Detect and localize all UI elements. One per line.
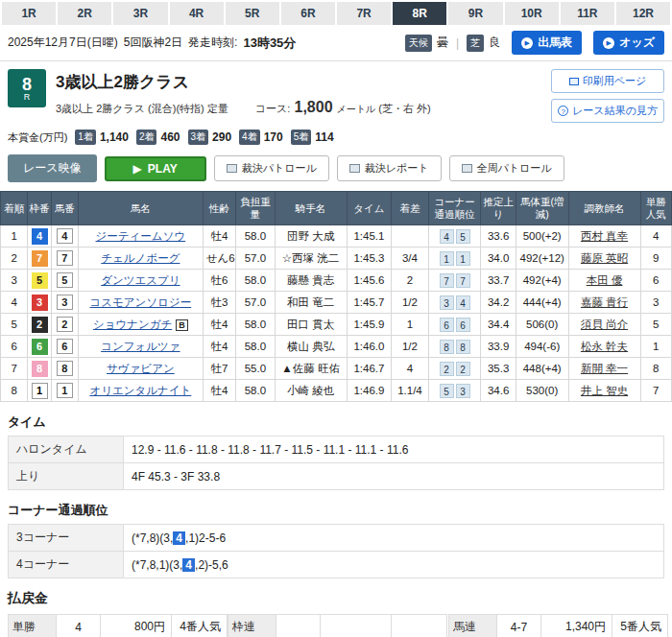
umaban-badge: 1: [57, 383, 73, 398]
tab-1R[interactable]: 1R: [2, 2, 56, 25]
trainer-link[interactable]: 嘉藤 貴行: [581, 296, 628, 308]
prize-item: 2着460: [136, 130, 180, 145]
cell-finish-position: 7: [1, 358, 28, 380]
race-number-badge: 8 R: [8, 69, 46, 107]
table-row: 277チェルノボーグせん657.0☆西塚 洸二1:45.33/41134.049…: [1, 248, 672, 270]
table-row: 666コンフォルツァ牡458.0横山 典弘1:46.01/28833.9494(…: [1, 336, 672, 358]
col-corner-order: コーナー通過順位: [428, 192, 481, 225]
umaban-badge: 3: [57, 295, 73, 310]
prize-amount: 114: [315, 130, 333, 144]
col-popularity: 単勝人気: [640, 192, 672, 225]
tab-3R[interactable]: 3R: [113, 2, 167, 25]
payout-popularity: 4番人気: [172, 615, 228, 637]
cell-umaban: 8: [51, 358, 78, 380]
all-round-patrol-button[interactable]: 全周パトロール: [449, 155, 564, 181]
trainer-link[interactable]: 新開 幸一: [581, 363, 628, 374]
stewards-patrol-button[interactable]: 裁決パトロール: [214, 155, 329, 181]
horse-name-link[interactable]: サヴァビアン: [107, 363, 175, 374]
cell-umaban: 4: [51, 225, 78, 248]
tab-10R[interactable]: 10R: [505, 2, 559, 25]
cell-last-3f: 34.6: [481, 380, 516, 402]
play-button[interactable]: ▶ PLAY: [105, 156, 206, 181]
tab-2R[interactable]: 2R: [58, 2, 111, 25]
print-page-button[interactable]: 印刷用ページ: [551, 69, 664, 93]
corner-position-badge: 2: [440, 362, 454, 376]
horse-name-link[interactable]: ダンツエスプリ: [101, 274, 180, 286]
tab-7R[interactable]: 7R: [337, 2, 391, 25]
stewards-report-button[interactable]: 裁決レポート: [337, 155, 442, 181]
cell-weight: 58.0: [236, 270, 276, 292]
rank-badge: 1着: [75, 130, 96, 145]
trainer-link[interactable]: 須貝 尚介: [581, 318, 628, 330]
waku-badge: 3: [32, 295, 48, 311]
cell-waku: 5: [28, 270, 51, 292]
cell-trainer: 藤原 英昭: [568, 248, 640, 270]
cell-margin: [392, 225, 428, 248]
horse-name-link[interactable]: チェルノボーグ: [101, 252, 180, 264]
odds-button-label: オッズ: [619, 35, 655, 51]
question-icon: ?: [558, 106, 568, 116]
tab-12R[interactable]: 12R: [616, 2, 670, 25]
cell-time: 1:45.7: [347, 292, 392, 314]
payout-popularity: 5番人気: [612, 615, 668, 637]
weather-group: 天候 曇 | 芝 良: [405, 35, 500, 52]
result-guide-button[interactable]: ? レース結果の見方: [551, 99, 664, 123]
prize-item: 5着114: [291, 130, 334, 145]
payout-section: 単勝4800円4番人気複勝4200円3番人気7160円2番人気5360円5番人気…: [0, 612, 672, 637]
rank-badge: 4着: [239, 130, 260, 145]
col-last-3f: 推定上り: [481, 192, 516, 225]
trainer-link[interactable]: 藤原 英昭: [581, 252, 628, 264]
cell-sex-age: 牡3: [203, 292, 235, 314]
start-time-value: 13時35分: [243, 35, 296, 52]
highlighted-horse-number: 4: [182, 558, 195, 572]
corner-label: 4コーナー: [9, 552, 124, 578]
cell-time: 1:46.7: [347, 358, 392, 380]
payout-table: 馬連4-71,340円5番人気馬単4-73,500円13番人気3連複4-5-74…: [447, 614, 669, 637]
course-detail: (芝・右 外): [378, 103, 430, 114]
col-umaban: 馬番: [51, 192, 78, 225]
horse-name-link[interactable]: コンフォルツァ: [101, 341, 180, 352]
cell-margin: 4: [392, 358, 428, 380]
rank-badge: 5着: [291, 130, 312, 145]
tab-6R[interactable]: 6R: [281, 2, 335, 25]
agari-label: 上り: [9, 463, 124, 490]
cell-horse-weight: 492(+4): [516, 270, 568, 292]
umaban-badge: 5: [57, 272, 73, 288]
cell-corner-order: 88: [428, 336, 481, 358]
race-video-button[interactable]: レース映像: [8, 154, 97, 182]
tab-11R[interactable]: 11R: [561, 2, 614, 25]
arrow-icon: ▶: [603, 37, 614, 49]
payout-combination: 4: [57, 615, 101, 637]
cell-last-3f: 33.9: [481, 336, 516, 358]
corner-position-badge: 7: [456, 273, 470, 288]
cell-finish-position: 8: [1, 380, 28, 402]
tab-5R[interactable]: 5R: [226, 2, 279, 25]
tab-8R[interactable]: 8R: [393, 2, 446, 25]
horse-name-link[interactable]: オリエンタルナイト: [89, 385, 191, 396]
horse-name-link[interactable]: ショウナンガチ: [93, 318, 172, 330]
rank-badge: 2着: [136, 130, 157, 145]
tab-4R[interactable]: 4R: [170, 2, 224, 25]
cell-horse-weight: 492(+12): [516, 248, 568, 270]
cell-sex-age: 牡6: [203, 270, 235, 292]
corner-order-pre: (*7,8,1)(3,: [132, 558, 182, 572]
odds-button[interactable]: ▶ オッズ: [593, 31, 664, 55]
corner-position-badge: 7: [440, 273, 454, 288]
tab-9R[interactable]: 9R: [448, 2, 502, 25]
trainer-link[interactable]: 西村 真幸: [581, 230, 628, 242]
shutsubahyo-button[interactable]: ▶ 出馬表: [512, 31, 582, 55]
trainer-link[interactable]: 井上 智史: [581, 385, 628, 396]
waku-badge: 2: [32, 317, 48, 333]
meeting-name: 5回阪神2日: [124, 35, 182, 51]
trainer-link[interactable]: 本田 優: [587, 274, 623, 286]
horse-name-link[interactable]: コスモアンソロジー: [90, 296, 192, 308]
cell-waku: 1: [28, 380, 51, 402]
race-tabs: 1R2R3R4R5R6R7R8R9R10R11R12R: [0, 0, 672, 25]
race-number-suffix: R: [24, 93, 31, 102]
video-icon: [462, 164, 472, 173]
corner-position-badge: 3: [440, 295, 454, 310]
cell-waku: 3: [28, 292, 51, 314]
horse-name-link[interactable]: ジーティームソウ: [96, 230, 186, 242]
prize-money-row: 本賞金(万円) 1着1,1402着4603着2904着1705着114: [0, 127, 672, 150]
trainer-link[interactable]: 松永 幹夫: [581, 341, 628, 352]
